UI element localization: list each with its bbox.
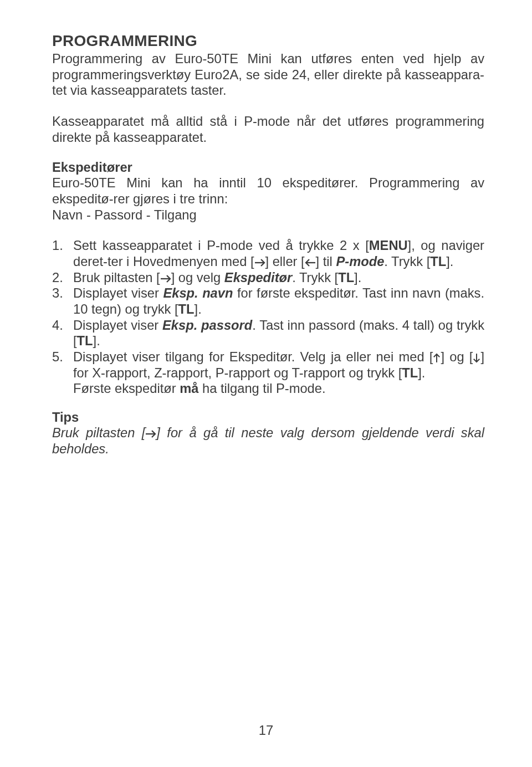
text: Første ekspeditør	[73, 381, 180, 396]
text: ] og [	[441, 350, 473, 364]
instruction-list: Sett kasseapparatet i P-mode ved å trykk…	[52, 238, 484, 397]
text: ] og velg	[171, 270, 224, 285]
intro-paragraph-2: Kasseapparatet må alltid stå i P-mode nå…	[52, 114, 484, 145]
instruction-item-2: Bruk piltasten [] og velg Ekspeditør. Tr…	[52, 270, 484, 286]
emphasis-ma: må	[180, 381, 198, 396]
arrow-right-icon	[145, 429, 156, 438]
arrow-right-icon	[160, 274, 171, 283]
arrow-right-icon	[254, 258, 265, 267]
text: . Trykk [	[384, 254, 430, 269]
instruction-item-5: Displayet viser tilgang for Ekspeditør. …	[52, 349, 484, 397]
text: Displayet viser	[73, 286, 163, 300]
instruction-item-1: Sett kasseapparatet i P-mode ved å trykk…	[52, 238, 484, 269]
page-number: 17	[0, 723, 532, 738]
key-tl: TL	[178, 302, 195, 316]
text: Navn - Passord - Tilgang	[52, 208, 197, 222]
pmode-label: P-mode	[336, 254, 384, 269]
key-tl: TL	[338, 270, 354, 285]
key-menu: MENU	[369, 238, 408, 253]
intro-paragraph-1: Programmering av Euro-50TE Mini kan utfø…	[52, 51, 484, 99]
text: Euro-50TE Mini kan ha inntil 10 ekspedit…	[52, 176, 484, 206]
tips-heading: Tips	[52, 410, 484, 425]
text: ] til	[316, 254, 336, 269]
instruction-item-3: Displayet viser Eksp. navn for første ek…	[52, 285, 484, 317]
text: Displayet viser	[73, 318, 162, 333]
text: Bruk piltasten [	[73, 270, 160, 285]
text: ].	[195, 302, 202, 316]
ekspeditorer-paragraph: Euro-50TE Mini kan ha inntil 10 ekspedit…	[52, 175, 484, 223]
eksp-navn-label: Eksp. navn	[163, 286, 233, 300]
text: Bruk piltasten [	[52, 426, 145, 440]
arrow-down-icon	[473, 352, 480, 364]
key-tl: TL	[402, 366, 418, 380]
text: Sett kasseapparatet i P-mode ved å trykk…	[73, 238, 369, 253]
arrow-left-icon	[305, 258, 316, 267]
key-tl: TL	[77, 334, 93, 348]
key-tl: TL	[430, 254, 446, 269]
instruction-item-4: Displayet viser Eksp. passord. Tast inn …	[52, 318, 484, 349]
section-heading-ekspeditorer: Ekspeditører	[52, 160, 484, 175]
text: ].	[354, 270, 361, 285]
page-title: PROGRAMMERING	[52, 32, 484, 50]
text: ].	[446, 254, 453, 269]
tips-body: Bruk piltasten [] for å gå til neste val…	[52, 425, 484, 457]
eksp-passord-label: Eksp. passord	[162, 318, 252, 333]
text: ].	[418, 366, 425, 380]
text: Displayet viser tilgang for Ekspeditør. …	[73, 350, 433, 364]
text: ].	[93, 334, 100, 348]
text: . Trykk [	[292, 270, 338, 285]
arrow-up-icon	[433, 352, 441, 364]
ekspeditor-label: Ekspeditør	[224, 270, 292, 285]
text: ] eller [	[265, 254, 305, 269]
text: ha tilgang til P-mode.	[198, 381, 325, 396]
document-page: PROGRAMMERING Programmering av Euro-50TE…	[0, 0, 532, 767]
